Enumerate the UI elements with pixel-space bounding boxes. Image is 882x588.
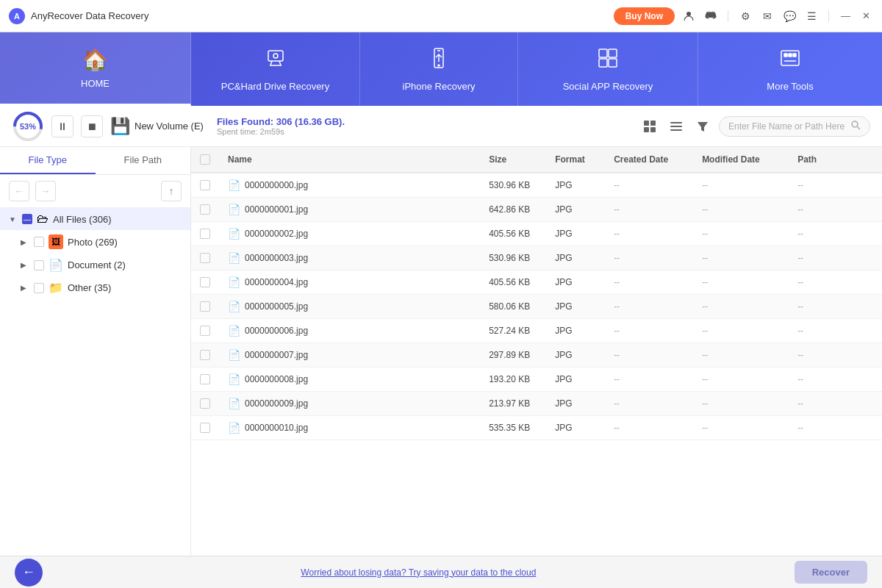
settings-icon[interactable]: ⚙: [737, 8, 753, 24]
tree-item-other[interactable]: ▶ 📁 Other (35): [0, 276, 190, 299]
file-table-body: 📄 0000000000.jpg 530.96 KB JPG -- -- -- …: [191, 173, 882, 440]
pause-button[interactable]: ⏸: [51, 115, 74, 137]
file-name-text: 0000000004.jpg: [245, 277, 308, 287]
col-path-header[interactable]: Path: [789, 147, 882, 173]
toolbar: 53% ⏸ ⏹ 💾 New Volume (E) Files Found: 30…: [0, 106, 882, 147]
checkbox-other[interactable]: [34, 283, 44, 293]
svg-rect-9: [599, 49, 607, 57]
row-checkbox-5[interactable]: [191, 295, 219, 319]
tree-label-other: Other (35): [68, 282, 111, 293]
col-modified-header[interactable]: Modified Date: [693, 147, 789, 173]
table-row[interactable]: 📄 0000000005.jpg 580.06 KB JPG -- -- --: [191, 295, 882, 319]
row-checkbox-4[interactable]: [191, 270, 219, 295]
row-name-3: 📄 0000000003.jpg: [219, 246, 480, 270]
pchd-icon: [264, 46, 287, 75]
table-row[interactable]: 📄 0000000010.jpg 535.35 KB JPG -- -- --: [191, 416, 882, 440]
device-icon: 💾: [110, 117, 130, 136]
col-checkbox-header[interactable]: [191, 147, 219, 173]
forward-button[interactable]: →: [35, 181, 56, 201]
checkbox-all[interactable]: —: [22, 214, 32, 224]
search-input[interactable]: [728, 121, 846, 132]
row-checkbox-7[interactable]: [191, 343, 219, 368]
table-row[interactable]: 📄 0000000002.jpg 405.56 KB JPG -- -- --: [191, 222, 882, 246]
row-name-6: 📄 0000000006.jpg: [219, 319, 480, 343]
row-created-0: --: [605, 173, 693, 198]
svg-point-28: [852, 121, 858, 127]
stop-button[interactable]: ⏹: [81, 115, 103, 137]
back-button[interactable]: ←: [9, 181, 29, 201]
bottom-link[interactable]: Worried about losing data? Try saving yo…: [301, 567, 536, 578]
row-checkbox-8[interactable]: [191, 368, 219, 392]
folder-icon-all: 🗁: [37, 212, 49, 226]
row-checkbox-1[interactable]: [191, 198, 219, 222]
chat-icon[interactable]: 💬: [781, 8, 797, 24]
nav-home[interactable]: 🏠 HOME: [0, 32, 191, 106]
row-name-1: 📄 0000000001.jpg: [219, 198, 480, 222]
row-checkbox-6[interactable]: [191, 319, 219, 343]
tree-item-all[interactable]: ▼ — 🗁 All Files (306): [0, 208, 190, 230]
table-row[interactable]: 📄 0000000008.jpg 193.20 KB JPG -- -- --: [191, 368, 882, 392]
row-created-5: --: [605, 295, 693, 319]
table-row[interactable]: 📄 0000000004.jpg 405.56 KB JPG -- -- --: [191, 270, 882, 295]
file-doc-icon: 📄: [228, 179, 240, 191]
search-icon: [850, 120, 861, 133]
svg-rect-20: [644, 121, 649, 126]
row-path-3: --: [789, 246, 882, 270]
row-format-4: JPG: [546, 270, 605, 295]
svg-rect-24: [670, 122, 682, 123]
row-checkbox-9[interactable]: [191, 392, 219, 416]
checkbox-photo[interactable]: [34, 237, 44, 247]
titlebar-actions: Buy Now ⚙ ✉ 💬 ☰ — ✕: [614, 7, 873, 25]
row-modified-10: --: [693, 416, 789, 440]
row-format-6: JPG: [546, 319, 605, 343]
file-name-text: 0000000008.jpg: [245, 374, 308, 384]
back-circle-button[interactable]: ←: [15, 559, 43, 587]
col-created-header[interactable]: Created Date: [605, 147, 693, 173]
table-row[interactable]: 📄 0000000001.jpg 642.86 KB JPG -- -- --: [191, 198, 882, 222]
row-created-8: --: [605, 368, 693, 392]
nav-iphone[interactable]: iPhone Recovery: [360, 32, 518, 106]
row-checkbox-2[interactable]: [191, 222, 219, 246]
account-icon[interactable]: [681, 8, 697, 24]
filter-button[interactable]: [692, 116, 713, 137]
discord-icon[interactable]: [703, 8, 719, 24]
svg-rect-10: [609, 49, 617, 57]
nav-social[interactable]: Social APP Recovery: [518, 32, 698, 106]
nav-pchd[interactable]: PC&Hard Drive Recovery: [191, 32, 360, 106]
svg-rect-13: [781, 51, 799, 65]
tab-filetype[interactable]: File Type: [0, 147, 96, 174]
file-doc-icon: 📄: [228, 204, 240, 215]
table-row[interactable]: 📄 0000000006.jpg 527.24 KB JPG -- -- --: [191, 319, 882, 343]
col-name-header[interactable]: Name: [219, 147, 480, 173]
grid-view-button[interactable]: [639, 116, 660, 137]
col-size-header[interactable]: Size: [480, 147, 546, 173]
tree-item-photo[interactable]: ▶ 🖼 Photo (269): [0, 230, 190, 254]
table-row[interactable]: 📄 0000000007.jpg 297.89 KB JPG -- -- --: [191, 343, 882, 368]
buy-now-button[interactable]: Buy Now: [614, 7, 675, 25]
col-format-header[interactable]: Format: [546, 147, 605, 173]
nav-more[interactable]: More Tools: [698, 32, 882, 106]
checkbox-document[interactable]: [34, 260, 44, 270]
table-row[interactable]: 📄 0000000000.jpg 530.96 KB JPG -- -- --: [191, 173, 882, 198]
row-created-3: --: [605, 246, 693, 270]
list-view-button[interactable]: [666, 116, 686, 137]
up-button[interactable]: ↑: [161, 181, 182, 201]
row-checkbox-10[interactable]: [191, 416, 219, 440]
row-format-5: JPG: [546, 295, 605, 319]
close-button[interactable]: ✕: [859, 10, 873, 21]
recover-button[interactable]: Recover: [795, 561, 867, 584]
row-checkbox-3[interactable]: [191, 246, 219, 270]
photo-icon: 🖼: [49, 234, 63, 249]
row-checkbox-0[interactable]: [191, 173, 219, 198]
table-row[interactable]: 📄 0000000009.jpg 213.97 KB JPG -- -- --: [191, 392, 882, 416]
tree-label-document: Document (2): [68, 259, 126, 270]
mail-icon[interactable]: ✉: [759, 8, 775, 24]
menu-icon[interactable]: ☰: [803, 8, 820, 24]
minimize-button[interactable]: —: [838, 10, 853, 21]
tree-item-document[interactable]: ▶ 📄 Document (2): [0, 254, 190, 276]
table-row[interactable]: 📄 0000000003.jpg 530.96 KB JPG -- -- --: [191, 246, 882, 270]
tab-filepath[interactable]: File Path: [96, 147, 191, 174]
file-doc-icon: 📄: [228, 398, 240, 409]
svg-rect-25: [670, 126, 682, 127]
row-size-1: 642.86 KB: [480, 198, 546, 222]
